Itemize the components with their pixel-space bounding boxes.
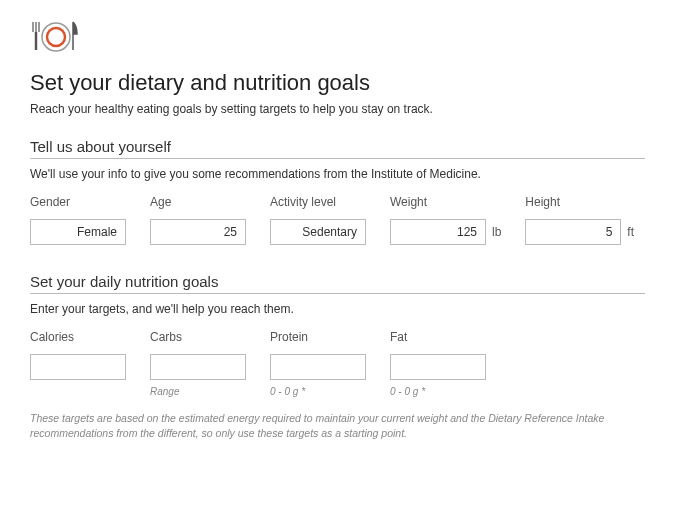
- svg-point-5: [47, 28, 65, 46]
- fat-label: Fat: [390, 330, 486, 344]
- activity-input[interactable]: Sedentary: [270, 219, 366, 245]
- height-input[interactable]: 5: [525, 219, 621, 245]
- calories-input[interactable]: [30, 354, 126, 380]
- goals-fields-row: Calories Carbs Range Protein 0 - 0 g * F…: [30, 330, 645, 397]
- section-about-heading: Tell us about yourself: [30, 138, 645, 159]
- height-unit: ft: [627, 225, 634, 239]
- weight-unit: lb: [492, 225, 501, 239]
- footnote: These targets are based on the estimated…: [30, 411, 645, 440]
- section-goals-heading: Set your daily nutrition goals: [30, 273, 645, 294]
- protein-input[interactable]: [270, 354, 366, 380]
- page-title: Set your dietary and nutrition goals: [30, 70, 645, 96]
- weight-input[interactable]: 125: [390, 219, 486, 245]
- activity-label: Activity level: [270, 195, 366, 209]
- fat-hint: 0 - 0 g *: [390, 386, 486, 397]
- carbs-hint: Range: [150, 386, 246, 397]
- age-label: Age: [150, 195, 246, 209]
- section-goals-desc: Enter your targets, and we'll help you r…: [30, 302, 645, 316]
- height-label: Height: [525, 195, 634, 209]
- weight-label: Weight: [390, 195, 501, 209]
- page-subtitle: Reach your healthy eating goals by setti…: [30, 102, 645, 116]
- gender-label: Gender: [30, 195, 126, 209]
- calories-label: Calories: [30, 330, 126, 344]
- protein-label: Protein: [270, 330, 366, 344]
- about-fields-row: Gender Female Age 25 Activity level Sede…: [30, 195, 645, 245]
- gender-input[interactable]: Female: [30, 219, 126, 245]
- carbs-input[interactable]: [150, 354, 246, 380]
- fat-input[interactable]: [390, 354, 486, 380]
- plate-icon: [30, 20, 645, 58]
- section-about-desc: We'll use your info to give you some rec…: [30, 167, 645, 181]
- age-input[interactable]: 25: [150, 219, 246, 245]
- carbs-label: Carbs: [150, 330, 246, 344]
- protein-hint: 0 - 0 g *: [270, 386, 366, 397]
